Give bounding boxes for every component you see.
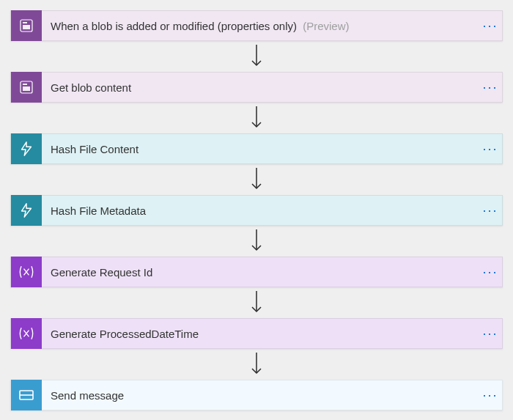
step-label: Generate ProcessedDateTime [42,328,479,340]
flow-step[interactable]: Hash File Metadata ··· [10,195,503,226]
flow-step[interactable]: Generate ProcessedDateTime ··· [10,318,503,349]
flow-step[interactable]: Generate Request Id ··· [10,257,503,287]
blob-icon [11,72,42,103]
step-menu-button[interactable]: ··· [479,380,502,410]
lightning-icon [11,133,42,164]
svg-rect-1 [23,25,30,29]
step-menu-button[interactable]: ··· [479,318,502,349]
svg-rect-2 [23,22,27,23]
arrow-down-icon [10,164,503,195]
svg-rect-5 [23,86,30,91]
step-menu-button[interactable]: ··· [479,72,502,103]
step-label: Hash File Metadata [42,205,479,217]
arrow-down-icon [10,287,503,318]
step-suffix: (Preview) [300,20,349,32]
step-label: Get blob content [42,81,479,94]
step-label: Send message [42,389,479,402]
flow-step[interactable]: Get blob content ··· [10,72,503,103]
lightning-icon [11,195,42,226]
svg-rect-6 [23,84,27,85]
flow-step[interactable]: When a blob is added or modified (proper… [10,10,503,41]
step-menu-button[interactable]: ··· [479,133,502,164]
message-icon [11,380,42,410]
step-label: Hash File Content [42,143,479,155]
variable-icon [11,318,42,349]
step-menu-button[interactable]: ··· [479,257,502,287]
blob-icon [11,10,42,41]
flow-step[interactable]: Hash File Content ··· [10,133,503,164]
arrow-down-icon [10,41,503,72]
arrow-down-icon [10,103,503,133]
arrow-down-icon [10,349,503,380]
step-label: Generate Request Id [42,266,479,279]
step-label: When a blob is added or modified (proper… [42,20,479,32]
flow-step[interactable]: Send message ··· [10,380,503,410]
flow-designer: When a blob is added or modified (proper… [10,10,503,410]
variable-icon [11,257,42,287]
arrow-down-icon [10,226,503,257]
step-menu-button[interactable]: ··· [479,10,502,41]
step-menu-button[interactable]: ··· [479,195,502,226]
